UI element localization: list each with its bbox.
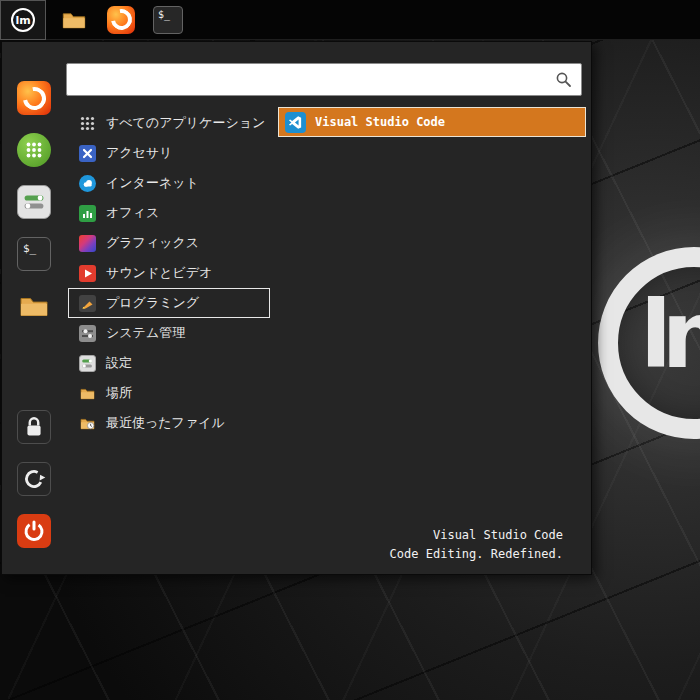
places-icon <box>79 385 96 402</box>
application-menu: $_ <box>1 41 592 575</box>
category-label: オフィス <box>106 204 159 222</box>
quit-button[interactable] <box>17 514 51 548</box>
category-internet[interactable]: インターネット <box>68 168 270 198</box>
category-label: インターネット <box>106 174 199 192</box>
preferences-icon <box>79 355 96 372</box>
files-launcher[interactable] <box>58 4 90 36</box>
svg-text:lm: lm <box>15 14 30 27</box>
search-input[interactable] <box>76 72 555 88</box>
category-administration[interactable]: システム管理 <box>68 318 270 348</box>
selection-info: Visual Studio Code Code Editing. Redefin… <box>390 526 563 564</box>
category-recent-files[interactable]: 最近使ったファイル <box>68 408 270 438</box>
quit-icon <box>17 514 51 548</box>
menu-button[interactable]: lm <box>0 0 46 40</box>
category-sound-video[interactable]: サウンドとビデオ <box>68 258 270 288</box>
programming-icon <box>79 295 96 312</box>
search-bar <box>66 63 582 96</box>
terminal-icon: $_ <box>153 6 183 34</box>
favorite-firefox[interactable] <box>17 81 51 115</box>
lock-screen-button[interactable] <box>17 410 51 444</box>
vscode-icon <box>285 112 306 133</box>
software-manager-icon <box>17 133 51 167</box>
category-label: すべてのアプリケーション <box>106 114 265 132</box>
lock-screen-icon <box>18 410 50 444</box>
recent-files-icon <box>79 415 96 432</box>
administration-icon <box>79 325 96 342</box>
category-label: グラフィックス <box>106 234 199 252</box>
category-programming[interactable]: プログラミング <box>68 288 270 318</box>
terminal-icon: $_ <box>17 237 51 271</box>
category-graphics[interactable]: グラフィックス <box>68 228 270 258</box>
category-label: 最近使ったファイル <box>106 414 225 432</box>
search-icon <box>555 71 572 88</box>
selection-subtitle: Code Editing. Redefined. <box>390 545 563 564</box>
terminal-launcher[interactable]: $_ <box>152 4 184 36</box>
category-accessories[interactable]: アクセサリ <box>68 138 270 168</box>
office-icon <box>79 205 96 222</box>
logout-button[interactable] <box>17 462 51 496</box>
panel-launchers: $_ <box>58 4 184 36</box>
category-office[interactable]: オフィス <box>68 198 270 228</box>
category-label: プログラミング <box>106 294 199 312</box>
logout-icon <box>18 462 50 496</box>
sound-video-icon <box>79 265 96 282</box>
graphics-icon <box>79 235 96 252</box>
linuxmint-emblem-letters: lm <box>640 282 700 389</box>
linuxmint-logo-icon: lm <box>9 6 37 34</box>
category-preferences[interactable]: 設定 <box>68 348 270 378</box>
category-label: システム管理 <box>106 324 185 342</box>
category-places[interactable]: 場所 <box>68 378 270 408</box>
files-icon <box>60 6 88 34</box>
application-list: Visual Studio Code <box>278 107 586 137</box>
all-applications-icon <box>79 115 96 132</box>
category-label: サウンドとビデオ <box>106 264 212 282</box>
files-icon <box>17 289 51 323</box>
firefox-launcher[interactable] <box>105 4 137 36</box>
system-settings-icon <box>18 185 50 219</box>
category-label: 場所 <box>106 384 132 402</box>
category-label: 設定 <box>106 354 132 372</box>
internet-icon <box>79 175 96 192</box>
app-item-visual-studio-code[interactable]: Visual Studio Code <box>278 107 586 137</box>
favorite-system-settings[interactable] <box>17 185 51 219</box>
category-label: アクセサリ <box>106 144 173 162</box>
favorite-files[interactable] <box>17 289 51 323</box>
favorite-software-manager[interactable] <box>17 133 51 167</box>
category-list: すべてのアプリケーション アクセサリ インターネット <box>68 108 270 438</box>
favorite-terminal[interactable]: $_ <box>17 237 51 271</box>
top-panel: lm $_ <box>0 0 700 40</box>
firefox-icon <box>17 81 51 115</box>
category-all-applications[interactable]: すべてのアプリケーション <box>68 108 270 138</box>
firefox-icon <box>107 6 135 34</box>
accessories-icon <box>79 145 96 162</box>
app-item-label: Visual Studio Code <box>315 115 445 129</box>
selection-title: Visual Studio Code <box>390 526 563 545</box>
